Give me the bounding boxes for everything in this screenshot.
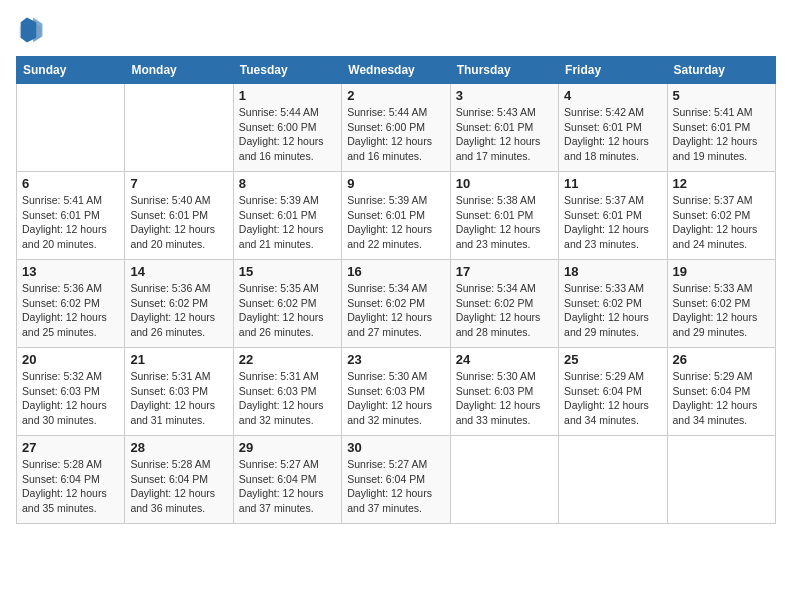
day-number: 9 <box>347 176 444 191</box>
calendar-cell: 21Sunrise: 5:31 AMSunset: 6:03 PMDayligh… <box>125 348 233 436</box>
calendar-cell: 23Sunrise: 5:30 AMSunset: 6:03 PMDayligh… <box>342 348 450 436</box>
svg-marker-2 <box>21 18 37 43</box>
calendar-cell <box>667 436 775 524</box>
week-row-1: 1Sunrise: 5:44 AMSunset: 6:00 PMDaylight… <box>17 84 776 172</box>
header-day-saturday: Saturday <box>667 57 775 84</box>
cell-info: Sunrise: 5:27 AMSunset: 6:04 PMDaylight:… <box>239 457 336 516</box>
calendar-table: SundayMondayTuesdayWednesdayThursdayFrid… <box>16 56 776 524</box>
cell-info: Sunrise: 5:44 AMSunset: 6:00 PMDaylight:… <box>239 105 336 164</box>
day-number: 14 <box>130 264 227 279</box>
cell-info: Sunrise: 5:35 AMSunset: 6:02 PMDaylight:… <box>239 281 336 340</box>
calendar-cell: 28Sunrise: 5:28 AMSunset: 6:04 PMDayligh… <box>125 436 233 524</box>
calendar-cell <box>125 84 233 172</box>
day-number: 25 <box>564 352 661 367</box>
cell-info: Sunrise: 5:28 AMSunset: 6:04 PMDaylight:… <box>130 457 227 516</box>
calendar-cell: 22Sunrise: 5:31 AMSunset: 6:03 PMDayligh… <box>233 348 341 436</box>
calendar-cell: 12Sunrise: 5:37 AMSunset: 6:02 PMDayligh… <box>667 172 775 260</box>
day-number: 7 <box>130 176 227 191</box>
calendar-cell: 24Sunrise: 5:30 AMSunset: 6:03 PMDayligh… <box>450 348 558 436</box>
cell-info: Sunrise: 5:38 AMSunset: 6:01 PMDaylight:… <box>456 193 553 252</box>
cell-info: Sunrise: 5:39 AMSunset: 6:01 PMDaylight:… <box>347 193 444 252</box>
cell-info: Sunrise: 5:29 AMSunset: 6:04 PMDaylight:… <box>564 369 661 428</box>
header-day-friday: Friday <box>559 57 667 84</box>
day-number: 29 <box>239 440 336 455</box>
day-number: 5 <box>673 88 770 103</box>
cell-info: Sunrise: 5:34 AMSunset: 6:02 PMDaylight:… <box>347 281 444 340</box>
calendar-header: SundayMondayTuesdayWednesdayThursdayFrid… <box>17 57 776 84</box>
cell-info: Sunrise: 5:41 AMSunset: 6:01 PMDaylight:… <box>673 105 770 164</box>
header-day-wednesday: Wednesday <box>342 57 450 84</box>
calendar-cell: 4Sunrise: 5:42 AMSunset: 6:01 PMDaylight… <box>559 84 667 172</box>
week-row-4: 20Sunrise: 5:32 AMSunset: 6:03 PMDayligh… <box>17 348 776 436</box>
day-number: 6 <box>22 176 119 191</box>
cell-info: Sunrise: 5:33 AMSunset: 6:02 PMDaylight:… <box>673 281 770 340</box>
logo-icon <box>16 16 44 44</box>
day-number: 19 <box>673 264 770 279</box>
day-number: 30 <box>347 440 444 455</box>
cell-info: Sunrise: 5:33 AMSunset: 6:02 PMDaylight:… <box>564 281 661 340</box>
day-number: 13 <box>22 264 119 279</box>
header-day-sunday: Sunday <box>17 57 125 84</box>
calendar-cell: 30Sunrise: 5:27 AMSunset: 6:04 PMDayligh… <box>342 436 450 524</box>
calendar-cell: 6Sunrise: 5:41 AMSunset: 6:01 PMDaylight… <box>17 172 125 260</box>
cell-info: Sunrise: 5:28 AMSunset: 6:04 PMDaylight:… <box>22 457 119 516</box>
cell-info: Sunrise: 5:37 AMSunset: 6:01 PMDaylight:… <box>564 193 661 252</box>
calendar-cell: 17Sunrise: 5:34 AMSunset: 6:02 PMDayligh… <box>450 260 558 348</box>
day-number: 10 <box>456 176 553 191</box>
day-number: 16 <box>347 264 444 279</box>
calendar-cell: 9Sunrise: 5:39 AMSunset: 6:01 PMDaylight… <box>342 172 450 260</box>
day-number: 22 <box>239 352 336 367</box>
cell-info: Sunrise: 5:37 AMSunset: 6:02 PMDaylight:… <box>673 193 770 252</box>
day-number: 12 <box>673 176 770 191</box>
cell-info: Sunrise: 5:30 AMSunset: 6:03 PMDaylight:… <box>456 369 553 428</box>
calendar-cell <box>450 436 558 524</box>
cell-info: Sunrise: 5:30 AMSunset: 6:03 PMDaylight:… <box>347 369 444 428</box>
cell-info: Sunrise: 5:41 AMSunset: 6:01 PMDaylight:… <box>22 193 119 252</box>
calendar-cell: 26Sunrise: 5:29 AMSunset: 6:04 PMDayligh… <box>667 348 775 436</box>
day-number: 1 <box>239 88 336 103</box>
page-header <box>16 16 776 44</box>
cell-info: Sunrise: 5:42 AMSunset: 6:01 PMDaylight:… <box>564 105 661 164</box>
calendar-cell: 15Sunrise: 5:35 AMSunset: 6:02 PMDayligh… <box>233 260 341 348</box>
week-row-5: 27Sunrise: 5:28 AMSunset: 6:04 PMDayligh… <box>17 436 776 524</box>
cell-info: Sunrise: 5:32 AMSunset: 6:03 PMDaylight:… <box>22 369 119 428</box>
day-number: 4 <box>564 88 661 103</box>
calendar-cell <box>17 84 125 172</box>
cell-info: Sunrise: 5:40 AMSunset: 6:01 PMDaylight:… <box>130 193 227 252</box>
calendar-cell: 10Sunrise: 5:38 AMSunset: 6:01 PMDayligh… <box>450 172 558 260</box>
calendar-cell: 13Sunrise: 5:36 AMSunset: 6:02 PMDayligh… <box>17 260 125 348</box>
calendar-cell: 20Sunrise: 5:32 AMSunset: 6:03 PMDayligh… <box>17 348 125 436</box>
header-day-monday: Monday <box>125 57 233 84</box>
calendar-cell <box>559 436 667 524</box>
day-number: 24 <box>456 352 553 367</box>
header-day-thursday: Thursday <box>450 57 558 84</box>
day-number: 18 <box>564 264 661 279</box>
day-number: 15 <box>239 264 336 279</box>
cell-info: Sunrise: 5:44 AMSunset: 6:00 PMDaylight:… <box>347 105 444 164</box>
day-number: 3 <box>456 88 553 103</box>
day-number: 8 <box>239 176 336 191</box>
calendar-cell: 5Sunrise: 5:41 AMSunset: 6:01 PMDaylight… <box>667 84 775 172</box>
cell-info: Sunrise: 5:43 AMSunset: 6:01 PMDaylight:… <box>456 105 553 164</box>
cell-info: Sunrise: 5:34 AMSunset: 6:02 PMDaylight:… <box>456 281 553 340</box>
day-number: 23 <box>347 352 444 367</box>
calendar-cell: 19Sunrise: 5:33 AMSunset: 6:02 PMDayligh… <box>667 260 775 348</box>
day-number: 17 <box>456 264 553 279</box>
calendar-cell: 2Sunrise: 5:44 AMSunset: 6:00 PMDaylight… <box>342 84 450 172</box>
calendar-cell: 14Sunrise: 5:36 AMSunset: 6:02 PMDayligh… <box>125 260 233 348</box>
cell-info: Sunrise: 5:27 AMSunset: 6:04 PMDaylight:… <box>347 457 444 516</box>
cell-info: Sunrise: 5:29 AMSunset: 6:04 PMDaylight:… <box>673 369 770 428</box>
day-number: 21 <box>130 352 227 367</box>
calendar-cell: 7Sunrise: 5:40 AMSunset: 6:01 PMDaylight… <box>125 172 233 260</box>
calendar-cell: 18Sunrise: 5:33 AMSunset: 6:02 PMDayligh… <box>559 260 667 348</box>
day-number: 2 <box>347 88 444 103</box>
logo <box>16 16 48 44</box>
week-row-2: 6Sunrise: 5:41 AMSunset: 6:01 PMDaylight… <box>17 172 776 260</box>
week-row-3: 13Sunrise: 5:36 AMSunset: 6:02 PMDayligh… <box>17 260 776 348</box>
cell-info: Sunrise: 5:31 AMSunset: 6:03 PMDaylight:… <box>239 369 336 428</box>
calendar-cell: 29Sunrise: 5:27 AMSunset: 6:04 PMDayligh… <box>233 436 341 524</box>
cell-info: Sunrise: 5:36 AMSunset: 6:02 PMDaylight:… <box>22 281 119 340</box>
calendar-cell: 8Sunrise: 5:39 AMSunset: 6:01 PMDaylight… <box>233 172 341 260</box>
day-number: 11 <box>564 176 661 191</box>
cell-info: Sunrise: 5:39 AMSunset: 6:01 PMDaylight:… <box>239 193 336 252</box>
